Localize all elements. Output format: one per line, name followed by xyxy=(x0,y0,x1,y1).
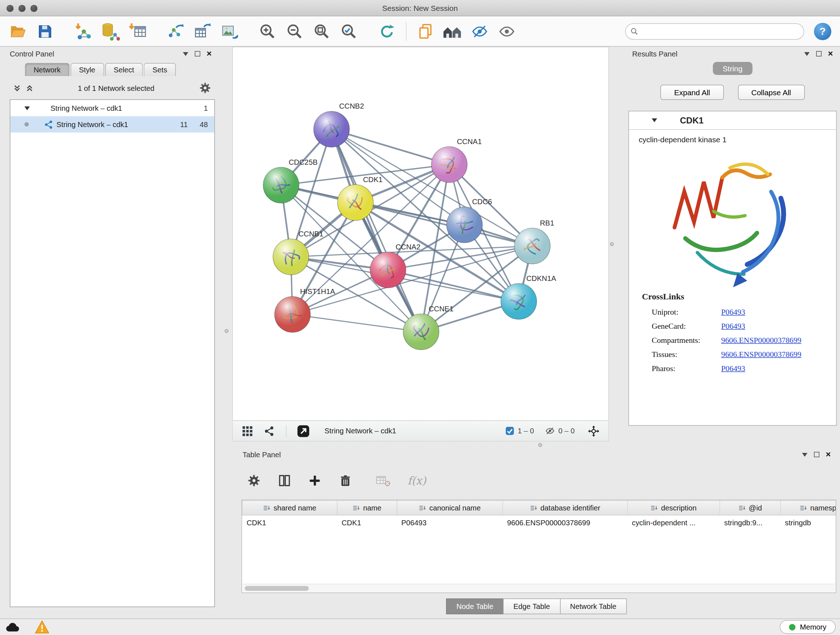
network-node-RB1[interactable]: RB1 xyxy=(515,219,554,264)
refresh-button[interactable] xyxy=(374,19,399,44)
zoom-selected-button[interactable] xyxy=(336,19,362,44)
expand-all-icon[interactable] xyxy=(26,84,34,92)
panel-close-icon[interactable]: × xyxy=(826,451,831,458)
table-tab-node-table[interactable]: Node Table xyxy=(446,599,504,614)
window-titlebar: Session: New Session xyxy=(0,0,840,16)
open-session-button[interactable] xyxy=(5,19,30,44)
gear-icon[interactable] xyxy=(199,81,212,95)
zoom-out-button[interactable] xyxy=(282,19,307,44)
tree-expander-icon[interactable] xyxy=(25,106,30,110)
panel-float-icon[interactable] xyxy=(802,453,807,456)
network-node-CCNB1[interactable]: CCNB1 xyxy=(273,230,324,275)
show-all-button[interactable] xyxy=(494,19,519,44)
edge-CCNB2-CCNA1[interactable] xyxy=(332,129,450,165)
fit-content-button[interactable] xyxy=(586,423,602,439)
table-tabs: Node TableEdge TableNetwork Table xyxy=(237,599,836,614)
delete-table-button-disabled xyxy=(375,472,392,489)
string-tab-badge[interactable]: String xyxy=(713,62,752,75)
help-button[interactable]: ? xyxy=(814,22,831,40)
panel-close-icon[interactable]: × xyxy=(207,50,212,57)
network-canvas[interactable]: CCNB2CCNA1CDC25BCDK1CDC6RB1CCNB1CCNA2CDK… xyxy=(233,48,608,421)
node-label-CCNA1: CCNA1 xyxy=(457,138,482,146)
vertical-splitter-handle[interactable] xyxy=(225,329,229,333)
panel-maximize-icon[interactable] xyxy=(816,51,821,57)
plus-icon xyxy=(308,473,322,488)
node-label-CDK1: CDK1 xyxy=(363,176,383,184)
control-tab-sets[interactable]: Sets xyxy=(144,63,176,76)
grid-view-button[interactable] xyxy=(240,423,256,439)
control-tab-select[interactable]: Select xyxy=(105,63,142,76)
show-columns-button[interactable] xyxy=(276,472,293,489)
table-tab-network-table[interactable]: Network Table xyxy=(560,599,627,614)
crosslink-link[interactable]: 9606.ENSP00000378699 xyxy=(722,349,802,359)
crosslink-link[interactable]: P06493 xyxy=(722,363,745,373)
network-collection-row[interactable]: String Network – cdk1 1 xyxy=(11,100,215,116)
table-horizontal-scrollbar[interactable] xyxy=(243,584,835,592)
network-node-CCNA1[interactable]: CCNA1 xyxy=(431,138,482,183)
selected-checkbox-icon[interactable] xyxy=(505,426,515,436)
column-header-database-identifier[interactable]: database identifier xyxy=(503,500,628,515)
edge-HIST1H1A-CCNE1[interactable] xyxy=(293,315,422,332)
export-network-button[interactable] xyxy=(163,19,188,44)
horizontal-splitter-handle[interactable] xyxy=(538,443,542,447)
expand-all-button[interactable]: Expand All xyxy=(660,85,723,100)
table-row[interactable]: CDK1CDK1P064939606.ENSP00000378699cyclin… xyxy=(242,515,836,530)
export-view-button[interactable] xyxy=(295,423,311,439)
save-session-button[interactable] xyxy=(33,19,57,44)
column-header-namespace[interactable]: namespace xyxy=(781,500,836,515)
edge-CCNB2-CCNE1[interactable] xyxy=(332,129,422,332)
delete-column-button[interactable] xyxy=(337,472,354,489)
edge-CDK1-RB1[interactable] xyxy=(355,203,532,246)
warnings-button[interactable] xyxy=(35,621,50,634)
column-header-shared-name[interactable]: shared name xyxy=(242,500,338,515)
column-header-canonical-name[interactable]: canonical name xyxy=(397,500,503,515)
export-arrow-icon xyxy=(296,424,310,438)
table-options-button[interactable] xyxy=(246,472,262,489)
column-header--id[interactable]: @id xyxy=(720,500,781,515)
zoom-fit-button[interactable] xyxy=(309,19,334,44)
network-node-CCNB2[interactable]: CCNB2 xyxy=(314,102,364,147)
memory-button[interactable]: Memory xyxy=(780,621,836,634)
network-overview-button[interactable] xyxy=(261,423,278,439)
crosslink-link[interactable]: 9606.ENSP00000378699 xyxy=(722,335,802,345)
cloud-status-button[interactable] xyxy=(4,622,21,633)
copy-button[interactable] xyxy=(413,19,438,44)
vertical-splitter-handle[interactable] xyxy=(610,242,614,246)
scrollbar-thumb[interactable] xyxy=(245,586,309,591)
panel-maximize-icon[interactable] xyxy=(813,452,819,457)
crosslink-link[interactable]: P06493 xyxy=(722,321,745,331)
export-image-button[interactable] xyxy=(217,19,242,44)
create-column-button[interactable] xyxy=(307,472,323,489)
panel-float-icon[interactable] xyxy=(804,52,809,56)
column-header-description[interactable]: description xyxy=(628,500,720,515)
grid-icon xyxy=(242,425,253,436)
crosslink-link[interactable]: P06493 xyxy=(722,307,745,317)
hide-selected-button[interactable] xyxy=(467,19,493,44)
panel-maximize-icon[interactable] xyxy=(195,51,200,57)
gene-card-header[interactable]: CDK1 xyxy=(629,111,836,130)
minimize-window-button[interactable] xyxy=(19,5,26,12)
control-tab-network[interactable]: Network xyxy=(25,63,69,76)
collapse-all-button[interactable]: Collapse All xyxy=(737,85,805,100)
network-row-selected[interactable]: String Network – cdk1 11 48 xyxy=(11,116,215,133)
node-label-CDC6: CDC6 xyxy=(472,198,492,206)
collapse-all-icon[interactable] xyxy=(13,84,21,92)
import-table-button[interactable] xyxy=(125,19,150,44)
panel-close-icon[interactable]: × xyxy=(828,50,833,57)
hidden-eye-slash-icon[interactable] xyxy=(545,426,555,436)
column-header-name[interactable]: name xyxy=(337,500,397,515)
import-network-database-button[interactable] xyxy=(98,19,123,44)
network-graph[interactable]: CCNB2CCNA1CDC25BCDK1CDC6RB1CCNB1CCNA2CDK… xyxy=(233,48,608,421)
zoom-window-button[interactable] xyxy=(30,5,38,12)
network-node-HIST1H1A[interactable]: HIST1H1A xyxy=(275,287,335,333)
home-button[interactable] xyxy=(440,19,465,44)
search-input[interactable] xyxy=(625,23,804,40)
close-window-button[interactable] xyxy=(6,5,14,12)
gene-expander-icon[interactable] xyxy=(652,119,657,122)
import-network-file-button[interactable] xyxy=(71,19,95,44)
export-table-button[interactable] xyxy=(190,19,215,44)
table-tab-edge-table[interactable]: Edge Table xyxy=(503,599,561,614)
control-tab-style[interactable]: Style xyxy=(70,63,104,76)
panel-float-icon[interactable] xyxy=(183,52,188,56)
zoom-in-button[interactable] xyxy=(255,19,280,44)
